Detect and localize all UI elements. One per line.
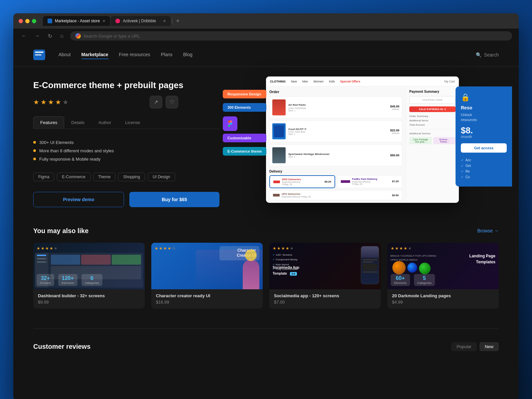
card-price-4: $4.99 bbox=[392, 300, 494, 305]
card-stats-4: 60+ Elements 5 Categories bbox=[391, 274, 435, 286]
home-button[interactable]: ⌂ bbox=[59, 32, 65, 40]
new-tab-button[interactable]: + bbox=[174, 16, 183, 26]
card-dashboard-builder[interactable]: ★★★★★ bbox=[33, 243, 145, 309]
social-app-name: Socialmedia AppTemplate 3.0 bbox=[273, 264, 299, 276]
card-price-1: $9.99 bbox=[38, 300, 140, 305]
back-button[interactable]: ← bbox=[20, 32, 28, 40]
card-name-2: Character creator ready UI bbox=[156, 293, 258, 298]
card-darkmode-landing[interactable]: ★★★★★ Landing PageTemplates BRACE YOURSE… bbox=[387, 243, 499, 309]
tag-figma[interactable]: Figma bbox=[33, 173, 54, 181]
promo-feature-list: ✓ Acc ✓ Get ✓ Re ✓ Co bbox=[461, 157, 507, 180]
bullet-icon bbox=[33, 141, 36, 144]
browser-tabs: Marketplace - Asset store ✕ Activeek | D… bbox=[43, 16, 513, 26]
card-social-media[interactable]: ★★★★★ ✓ 120+ Screens ✓ Component library… bbox=[269, 243, 381, 309]
promo-period: /month bbox=[461, 135, 507, 139]
tab-author[interactable]: Author bbox=[91, 116, 118, 129]
also-like-header: You may also like Browse → bbox=[33, 227, 499, 235]
card-character-creator[interactable]: ★★★★½ Character Creator UI Character cre… bbox=[151, 243, 263, 309]
stat-categories: 6 Categories bbox=[81, 274, 103, 286]
address-bar[interactable]: Search Google or type a URL bbox=[70, 31, 512, 41]
nav-links: About Marketplace Free resources Plans B… bbox=[59, 51, 476, 59]
tab-dribbble[interactable]: Activeek | Dribbble ✕ bbox=[111, 16, 171, 26]
feature-item: More than 8 different modes and styles bbox=[33, 147, 219, 155]
stat-4-categories: 5 Categories bbox=[414, 274, 435, 286]
promo-subtitle: Unlockresources bbox=[461, 112, 507, 123]
buy-button[interactable]: Buy for $65 bbox=[129, 192, 219, 207]
nav-free-resources[interactable]: Free resources bbox=[119, 51, 150, 59]
card-body-2: Character creator ready UI $16.99 bbox=[151, 289, 263, 309]
tag-shopping[interactable]: Shopping bbox=[118, 173, 145, 181]
feature-item: 300+ UI Elements bbox=[33, 138, 219, 147]
card-thumb-3: ★★★★★ ✓ 120+ Screens ✓ Component library… bbox=[269, 243, 381, 289]
tab-close-marketplace[interactable]: ✕ bbox=[102, 19, 105, 23]
reload-button[interactable]: ↻ bbox=[47, 32, 54, 41]
cards-grid: ★★★★★ bbox=[33, 243, 499, 309]
card-thumb-4: ★★★★★ Landing PageTemplates BRACE YOURSE… bbox=[387, 243, 499, 289]
heart-icon: ♡ bbox=[170, 99, 174, 105]
nav-plans[interactable]: Plans bbox=[161, 51, 173, 59]
browser-titlebar: Marketplace - Asset store ✕ Activeek | D… bbox=[13, 13, 519, 29]
page-content: About Marketplace Free resources Plans B… bbox=[13, 43, 519, 399]
cta-buttons: Preview demo Buy for $65 bbox=[33, 192, 219, 207]
figma-logo-badge bbox=[223, 116, 237, 131]
reviews-title: Customer reviews bbox=[33, 343, 90, 350]
stat-elements: 120+ Elements bbox=[58, 274, 77, 286]
tab-close-dribbble[interactable]: ✕ bbox=[163, 19, 166, 23]
minimize-traffic-light[interactable] bbox=[25, 19, 30, 23]
preview-demo-button[interactable]: Preview demo bbox=[33, 192, 124, 207]
share-button[interactable]: ↗ bbox=[150, 96, 162, 108]
promo-feature-2: ✓ Get bbox=[461, 163, 507, 169]
search-button[interactable]: 🔍 Search bbox=[476, 52, 499, 58]
favorite-button[interactable]: ♡ bbox=[166, 96, 178, 108]
tag-theme[interactable]: Theme bbox=[93, 173, 115, 181]
tab-title-dribbble: Activeek | Dribbble bbox=[123, 19, 156, 23]
browser-addressbar: ← → ↻ ⌂ Search Google or type a URL bbox=[13, 29, 519, 43]
browse-link[interactable]: Browse → bbox=[477, 228, 499, 233]
tags-row: Figma E-Commerce Theme Shopping UI Desig… bbox=[33, 173, 219, 181]
nav-about[interactable]: About bbox=[59, 51, 71, 59]
star-1: ★ bbox=[33, 98, 39, 106]
stat-screens: 32+ Screens bbox=[37, 274, 54, 286]
tab-title-marketplace: Marketplace - Asset store bbox=[55, 19, 100, 23]
filter-popular[interactable]: Popular bbox=[451, 342, 477, 351]
nav-blog[interactable]: Blog bbox=[183, 51, 193, 59]
reviews-header: Customer reviews Popular New bbox=[33, 342, 499, 351]
label-responsive-design: Responsive Design bbox=[223, 90, 266, 98]
also-like-title: You may also like bbox=[33, 227, 88, 235]
star-2: ★ bbox=[41, 98, 47, 106]
feature-text: More than 8 different modes and styles bbox=[39, 148, 114, 153]
filter-new[interactable]: New bbox=[479, 342, 499, 351]
site-logo[interactable] bbox=[33, 50, 45, 60]
feature-list: 300+ UI Elements More than 8 different m… bbox=[33, 138, 219, 163]
label-ecommerce-theme: E-Commerce theme bbox=[223, 147, 266, 156]
product-title: E-Commerce theme + prebuilt pages bbox=[33, 80, 219, 91]
card-name-1: Dashboard builder - 32+ screens bbox=[38, 293, 140, 298]
product-preview-image: CLOTHING NewMenWomenKids Special Offers … bbox=[266, 76, 459, 203]
tab-license[interactable]: License bbox=[118, 116, 147, 129]
card-price-2: $16.99 bbox=[156, 300, 258, 305]
reviews-filter-tabs: Popular New bbox=[451, 342, 499, 351]
product-section: E-Commerce theme + prebuilt pages ★ ★ ★ … bbox=[33, 80, 499, 207]
site-nav: About Marketplace Free resources Plans B… bbox=[13, 43, 519, 66]
tag-ecommerce[interactable]: E-Commerce bbox=[57, 173, 90, 181]
tab-features[interactable]: Features bbox=[33, 116, 64, 129]
forward-button[interactable]: → bbox=[33, 32, 41, 40]
tab-details[interactable]: Details bbox=[64, 116, 91, 129]
card-thumb-1: ★★★★★ bbox=[33, 243, 145, 289]
promo-get-access-button[interactable]: Get access bbox=[461, 143, 507, 153]
also-like-section: You may also like Browse → ★★★★★ bbox=[33, 227, 499, 309]
card-body-3: Socialmedia app - 120+ screens $7.00 bbox=[269, 289, 381, 309]
main-area: E-Commerce theme + prebuilt pages ★ ★ ★ … bbox=[13, 66, 519, 372]
card-stars-4: ★★★★★ bbox=[391, 246, 412, 251]
tag-ui-design[interactable]: UI Design bbox=[148, 173, 175, 181]
close-traffic-light[interactable] bbox=[19, 19, 23, 23]
bullet-icon bbox=[33, 149, 36, 152]
nav-marketplace[interactable]: Marketplace bbox=[81, 51, 108, 59]
stat-4-elements: 60+ Elements bbox=[391, 274, 410, 286]
maximize-traffic-light[interactable] bbox=[32, 19, 36, 23]
browser-frame: Marketplace - Asset store ✕ Activeek | D… bbox=[13, 13, 519, 399]
card-name-3: Socialmedia app - 120+ screens bbox=[274, 293, 376, 298]
tab-favicon-dribbble bbox=[115, 19, 120, 23]
card-price-3: $7.00 bbox=[274, 300, 376, 305]
tab-marketplace[interactable]: Marketplace - Asset store ✕ bbox=[43, 16, 110, 26]
